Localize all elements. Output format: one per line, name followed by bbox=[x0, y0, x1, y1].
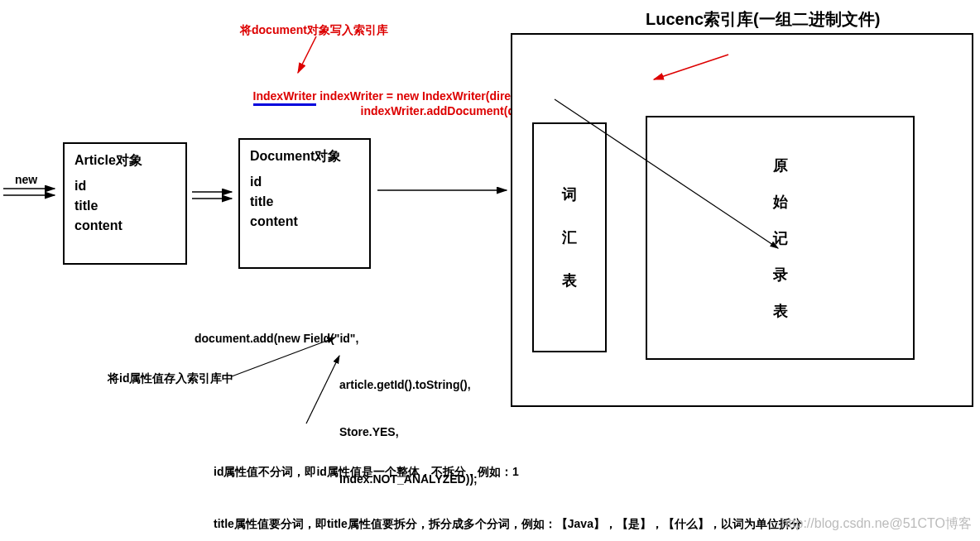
vocab-c3: 表 bbox=[562, 270, 577, 290]
vocab-table-box: 词 汇 表 bbox=[532, 122, 607, 352]
diagram-canvas: 将document对象写入索引库 Lucenc索引库(一组二进制文件) 最多分几… bbox=[0, 0, 980, 541]
comment-write-index: 将document对象写入索引库 bbox=[240, 23, 388, 38]
code-indexwriter-keyword: IndexWriter bbox=[253, 89, 317, 106]
vocab-c1: 词 bbox=[562, 184, 577, 204]
document-box: Document对象 id title content bbox=[238, 138, 371, 269]
raw-c3: 记 bbox=[773, 228, 788, 248]
raw-record-box: 原 始 记 录 表 bbox=[646, 116, 915, 360]
article-title-field: title bbox=[74, 196, 175, 216]
doc-add-l2: article.getId().toString(), bbox=[195, 377, 478, 393]
article-id: id bbox=[74, 176, 175, 196]
new-label: new bbox=[15, 173, 37, 186]
raw-c2: 始 bbox=[773, 192, 788, 212]
svg-line-5 bbox=[298, 36, 316, 73]
bottom-note-l2: title属性值要分词，即title属性值要拆分，拆分成多个分词，例如：【Jav… bbox=[214, 515, 802, 533]
lucene-title: Lucenc索引库(一组二进制文件) bbox=[646, 8, 880, 31]
document-title: Document对象 bbox=[250, 148, 359, 165]
raw-c5: 表 bbox=[773, 301, 788, 321]
raw-c1: 原 bbox=[773, 156, 788, 175]
article-title: Article对象 bbox=[74, 152, 175, 170]
document-title-field: title bbox=[250, 192, 359, 212]
article-box: Article对象 id title content bbox=[63, 142, 187, 265]
article-content: content bbox=[74, 216, 175, 236]
document-id: id bbox=[250, 172, 359, 192]
store-note: 将id属性值存入索引库中 bbox=[108, 371, 233, 386]
raw-c4: 录 bbox=[773, 265, 788, 285]
bottom-note-l1: id属性值不分词，即id属性值是一个整体，不拆分，例如：1 bbox=[214, 463, 802, 481]
vocab-c2: 汇 bbox=[562, 227, 577, 247]
doc-add-l1: document.add(new Field("id", bbox=[195, 331, 478, 347]
document-content: content bbox=[250, 212, 359, 232]
watermark: http://blog.csdn.ne@51CTO博客 bbox=[781, 515, 972, 533]
